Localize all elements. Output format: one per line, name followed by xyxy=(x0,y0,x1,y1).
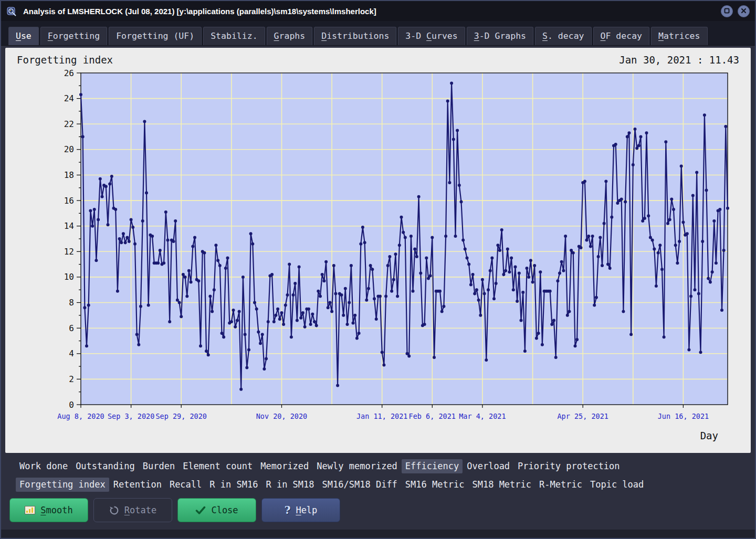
svg-text:2: 2 xyxy=(69,374,74,384)
chart-title: Forgetting index xyxy=(17,54,113,66)
rotate-button-label: Rotate xyxy=(124,505,156,515)
window-title: Analysis of LMSHERLOCK (Jul 08, 2021) [y… xyxy=(23,7,376,16)
help-button-label: Help xyxy=(296,505,317,515)
menu-item-newly-memorized[interactable]: Newly memorized xyxy=(313,459,401,473)
menu-item-recall[interactable]: Recall xyxy=(166,478,205,492)
forgetting-index-chart[interactable]: 02468101214161820222426Aug 8, 2020Sep 3,… xyxy=(14,69,742,430)
tab-forgetting-uf[interactable]: Forgetting (UF) xyxy=(109,27,202,45)
chart-panel-header: Forgetting index Jan 30, 2021 : 11.43 xyxy=(14,52,742,69)
tab-of-decay[interactable]: OF decay xyxy=(593,27,649,45)
footer-strip xyxy=(1,530,755,538)
smooth-chart-icon xyxy=(25,506,35,514)
tab-distributions[interactable]: Distributions xyxy=(314,27,396,45)
tab-bar: UseForgettingForgetting (UF)Stabiliz.Gra… xyxy=(1,21,755,46)
svg-text:Feb 6, 2021: Feb 6, 2021 xyxy=(409,412,456,420)
menu-item-r-in-sm16[interactable]: R in SM16 xyxy=(206,478,261,492)
minimize-button[interactable] xyxy=(721,5,733,17)
svg-text:0: 0 xyxy=(69,400,74,410)
rotate-icon xyxy=(109,505,119,515)
menu-item-memorized[interactable]: Memorized xyxy=(257,459,312,473)
menu-item-topic-load[interactable]: Topic load xyxy=(586,478,647,492)
svg-text:Nov 20, 2020: Nov 20, 2020 xyxy=(256,412,308,420)
menu-item-r-in-sm18[interactable]: R in SM18 xyxy=(262,478,318,492)
menu-item-retention[interactable]: Retention xyxy=(110,478,165,492)
svg-text:26: 26 xyxy=(64,69,74,78)
svg-text:24: 24 xyxy=(64,93,74,103)
close-button[interactable] xyxy=(738,5,750,17)
svg-text:8: 8 xyxy=(69,298,74,308)
minimize-icon xyxy=(724,7,730,15)
svg-text:22: 22 xyxy=(64,119,74,129)
menu-item-outstanding[interactable]: Outstanding xyxy=(72,459,139,473)
analysis-menu-row-2: Forgetting indexRetentionRecallR in SM16… xyxy=(1,478,755,492)
menu-item-sm18-metric[interactable]: SM18 Metric xyxy=(468,478,535,492)
tab-3-d-graphs[interactable]: 3-D Graphs xyxy=(467,27,533,45)
check-icon xyxy=(195,506,206,514)
svg-text:12: 12 xyxy=(64,247,74,257)
analysis-menu-row-1: Work doneOutstandingBurdenElement countM… xyxy=(1,459,755,473)
svg-text:16: 16 xyxy=(64,196,74,206)
tab-use[interactable]: Use xyxy=(8,27,39,45)
smooth-button-label: Smooth xyxy=(40,505,72,515)
svg-text:6: 6 xyxy=(69,323,74,333)
svg-text:20: 20 xyxy=(64,144,74,154)
tab-stabiliz[interactable]: Stabiliz. xyxy=(203,27,265,45)
menu-item-r-metric[interactable]: R-Metric xyxy=(536,478,586,492)
svg-text:Sep 3, 2020: Sep 3, 2020 xyxy=(108,412,154,420)
svg-text:Jun 16, 2021: Jun 16, 2021 xyxy=(658,412,709,420)
tab-s-decay[interactable]: S. decay xyxy=(535,27,591,45)
menu-item-sm16-sm18-diff[interactable]: SM16/SM18 Diff xyxy=(319,478,401,492)
close-button[interactable]: Close xyxy=(177,498,256,522)
svg-text:Sep 29, 2020: Sep 29, 2020 xyxy=(155,412,207,420)
menu-item-forgetting-index[interactable]: Forgetting index xyxy=(16,478,109,492)
svg-text:Apr 25, 2021: Apr 25, 2021 xyxy=(557,412,608,420)
menu-item-work-done[interactable]: Work done xyxy=(16,459,71,473)
help-icon: ? xyxy=(285,504,291,516)
svg-text:Jan 11, 2021: Jan 11, 2021 xyxy=(356,412,408,420)
close-button-label: Close xyxy=(211,505,238,515)
smooth-button[interactable]: Smooth xyxy=(9,498,88,522)
tab-3-d-curves[interactable]: 3-D Curves xyxy=(398,27,465,45)
help-button[interactable]: ?Help xyxy=(261,498,340,522)
close-icon xyxy=(741,7,747,15)
menu-item-efficiency[interactable]: Efficiency xyxy=(402,459,463,473)
menu-item-priority-protection[interactable]: Priority protection xyxy=(514,459,623,473)
button-row: SmoothRotateClose?Help xyxy=(1,492,755,522)
tab-graphs[interactable]: Graphs xyxy=(267,27,313,45)
svg-text:Mar 4, 2021: Mar 4, 2021 xyxy=(459,412,506,420)
tab-matrices[interactable]: Matrices xyxy=(651,27,707,45)
rotate-button[interactable]: Rotate xyxy=(93,498,172,522)
svg-text:Aug 8, 2020: Aug 8, 2020 xyxy=(57,412,104,420)
app-icon xyxy=(6,5,18,17)
menu-item-overload[interactable]: Overload xyxy=(463,459,513,473)
menu-item-burden[interactable]: Burden xyxy=(139,459,178,473)
titlebar: Analysis of LMSHERLOCK (Jul 08, 2021) [y… xyxy=(1,1,755,21)
menu-item-element-count[interactable]: Element count xyxy=(179,459,256,473)
menu-item-sm16-metric[interactable]: SM16 Metric xyxy=(402,478,468,492)
chart-cursor-readout: Jan 30, 2021 : 11.43 xyxy=(619,54,739,66)
chart-panel: Forgetting index Jan 30, 2021 : 11.43 02… xyxy=(5,48,751,453)
x-axis-title: Day xyxy=(14,430,742,441)
window-controls xyxy=(721,5,750,17)
svg-text:14: 14 xyxy=(64,221,74,231)
app-window: Analysis of LMSHERLOCK (Jul 08, 2021) [y… xyxy=(0,0,756,539)
svg-text:18: 18 xyxy=(64,170,74,180)
tab-forgetting[interactable]: Forgetting xyxy=(40,27,107,45)
svg-text:4: 4 xyxy=(69,348,74,358)
svg-text:10: 10 xyxy=(64,272,74,282)
